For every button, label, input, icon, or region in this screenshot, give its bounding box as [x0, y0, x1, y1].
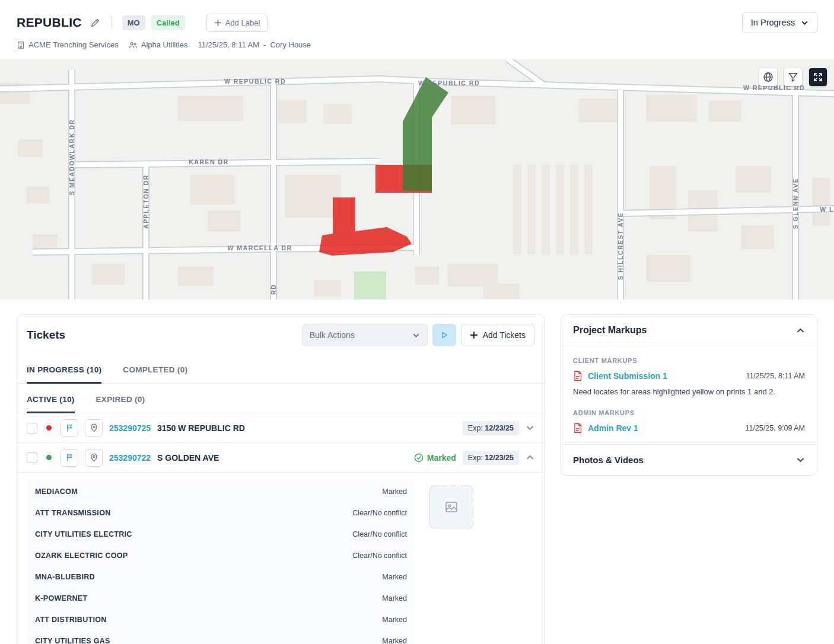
- road-label: W L: [820, 206, 834, 213]
- client-markup-note: Need locates for areas highlighted yello…: [573, 387, 805, 397]
- run-bulk-action-button[interactable]: [432, 324, 456, 346]
- pin-button[interactable]: [85, 419, 103, 437]
- client-markup-file-row: Client Submission 1 11/25/25, 8:11 AM: [573, 371, 805, 381]
- map-fullscreen-button[interactable]: [809, 68, 827, 86]
- park-area: [354, 272, 386, 299]
- flag-icon: [65, 453, 74, 462]
- road-label: S MEADOWLARK DR: [68, 119, 75, 196]
- chevron-down-icon: [526, 423, 534, 432]
- tab-completed[interactable]: COMPLETED (0): [123, 354, 187, 384]
- collapse-ticket-button[interactable]: [526, 453, 534, 462]
- client-markups-label: CLIENT MARKUPS: [573, 357, 805, 364]
- globe-icon: [763, 72, 773, 82]
- tab-in-progress[interactable]: IN PROGRESS (10): [27, 354, 101, 384]
- image-icon: [444, 500, 459, 514]
- timestamp: 11/25/25, 8:11 AM: [198, 40, 260, 49]
- chevron-up-icon: [526, 453, 534, 462]
- ticket-details: MEDIACOMMarked ATT TRANSMISSIONClear/No …: [17, 473, 544, 644]
- subtab-active[interactable]: ACTIVE (10): [27, 384, 75, 413]
- state-badge: MO: [122, 15, 145, 30]
- photos-videos-title: Photos & Videos: [573, 455, 644, 465]
- admin-markup-time: 11/25/25, 9:09 AM: [745, 424, 805, 432]
- photos-videos-header[interactable]: Photos & Videos: [561, 444, 817, 475]
- chevron-up-icon: [796, 326, 805, 335]
- page-header: REPUBLIC MO Called Add Label In Progress…: [0, 0, 834, 59]
- road-label: RD: [270, 284, 277, 295]
- utility-row: ATT TRANSMISSIONClear/No conflict: [35, 502, 407, 524]
- called-status-badge: Called: [151, 15, 185, 30]
- project-markups-title: Project Markups: [573, 325, 647, 336]
- tickets-title: Tickets: [27, 329, 65, 342]
- company-name: ACME Trenching Services: [28, 40, 119, 49]
- pdf-file-icon: [573, 371, 582, 381]
- ticket-checkbox[interactable]: [27, 452, 37, 463]
- project-markups-panel: Project Markups CLIENT MARKUPS Client Su…: [561, 314, 817, 476]
- flag-button[interactable]: [61, 449, 78, 467]
- pin-button[interactable]: [85, 449, 103, 467]
- utility-row: K-POWERNETMarked: [35, 588, 407, 609]
- admin-markup-file-row: Admin Rev 1 11/25/25, 9:09 AM: [573, 423, 805, 433]
- road-label: W REPUBLIC RD: [224, 78, 286, 85]
- subtab-expired[interactable]: EXPIRED (0): [96, 384, 145, 413]
- road-label: W MARCELLA DR: [228, 244, 292, 251]
- ticket-number-link[interactable]: 253290725: [109, 423, 151, 433]
- map-container: W REPUBLIC RD W REPUBLIC RD W REPUBLIC R…: [0, 59, 834, 299]
- chevron-down-icon: [412, 331, 420, 339]
- check-circle-icon: [414, 453, 424, 463]
- funnel-icon: [788, 72, 798, 82]
- play-icon: [440, 331, 448, 339]
- expand-ticket-button[interactable]: [526, 423, 534, 432]
- edit-title-button[interactable]: [90, 18, 100, 28]
- map-filter-button[interactable]: [784, 68, 802, 86]
- map-layers-button[interactable]: [759, 68, 777, 86]
- road-label: S GLENN AVE: [792, 178, 799, 229]
- photo-upload-dropzone[interactable]: [429, 486, 473, 528]
- map-pin-icon: [90, 453, 98, 462]
- utility-row: MNA-BLUEBIRDMarked: [35, 566, 407, 588]
- tickets-panel: Tickets Bulk Actions Add Tickets IN PROG…: [17, 314, 545, 644]
- client-submission-link[interactable]: Client Submission 1: [588, 371, 667, 381]
- chevron-down-icon: [801, 19, 808, 27]
- content-area: Tickets Bulk Actions Add Tickets IN PROG…: [0, 299, 834, 644]
- road-label: KAREN DR: [189, 158, 228, 165]
- author-name: Cory House: [270, 40, 311, 49]
- add-tickets-button[interactable]: Add Tickets: [461, 324, 534, 346]
- utility-group: Alpha Utilities: [129, 40, 188, 49]
- ticket-row: 253290725 3150 W REPUBLIC RD Exp: 12/23/…: [17, 413, 544, 443]
- road-label: S HILLCREST AVE: [617, 212, 624, 280]
- ticket-address: S GOLDEN AVE: [157, 453, 219, 463]
- tickets-tabs: IN PROGRESS (10) COMPLETED (0): [17, 354, 544, 384]
- bulk-actions-dropdown[interactable]: Bulk Actions: [302, 324, 428, 346]
- ticket-row: 253290722 S GOLDEN AVE Marked Exp: 12/23…: [17, 443, 544, 473]
- marked-status: Marked: [414, 453, 456, 463]
- flag-button[interactable]: [61, 419, 78, 437]
- admin-markups-label: ADMIN MARKUPS: [573, 409, 805, 416]
- status-dot-red: [44, 423, 54, 433]
- ticket-address: 3150 W REPUBLIC RD: [157, 423, 245, 433]
- utility-row: OZARK ELECTRIC COOPClear/No conflict: [35, 545, 407, 566]
- utility-list: MEDIACOMMarked ATT TRANSMISSIONClear/No …: [27, 480, 415, 644]
- project-markups-header[interactable]: Project Markups: [561, 315, 817, 346]
- plus-icon: [214, 19, 222, 27]
- building-icon: [17, 41, 25, 49]
- road-label: APPLETON DR: [142, 174, 149, 229]
- expiry-badge: Exp: 12/23/25: [463, 421, 519, 435]
- photo-upload-area: ＋: [429, 480, 473, 644]
- map-canvas[interactable]: W REPUBLIC RD W REPUBLIC RD W REPUBLIC R…: [0, 59, 834, 299]
- chevron-down-icon: [796, 455, 805, 464]
- road-label: W REPUBLIC RD: [418, 79, 480, 87]
- admin-rev-link[interactable]: Admin Rev 1: [588, 423, 638, 433]
- utility-company-name: Alpha Utilities: [141, 40, 188, 49]
- utility-row: MEDIACOMMarked: [35, 481, 407, 502]
- flag-icon: [65, 423, 74, 432]
- add-label-button[interactable]: Add Label: [206, 14, 268, 32]
- ticket-checkbox[interactable]: [27, 423, 37, 433]
- ticket-number-link[interactable]: 253290722: [109, 453, 151, 463]
- tickets-subtabs: ACTIVE (10) EXPIRED (0): [17, 384, 544, 413]
- status-dropdown[interactable]: In Progress: [742, 12, 817, 33]
- plus-icon: [470, 331, 478, 339]
- pencil-icon: [90, 18, 100, 28]
- pdf-file-icon: [573, 423, 582, 433]
- fullscreen-icon: [813, 72, 823, 82]
- utility-row: CITY UTILITIES ELECTRICClear/No conflict: [35, 524, 407, 545]
